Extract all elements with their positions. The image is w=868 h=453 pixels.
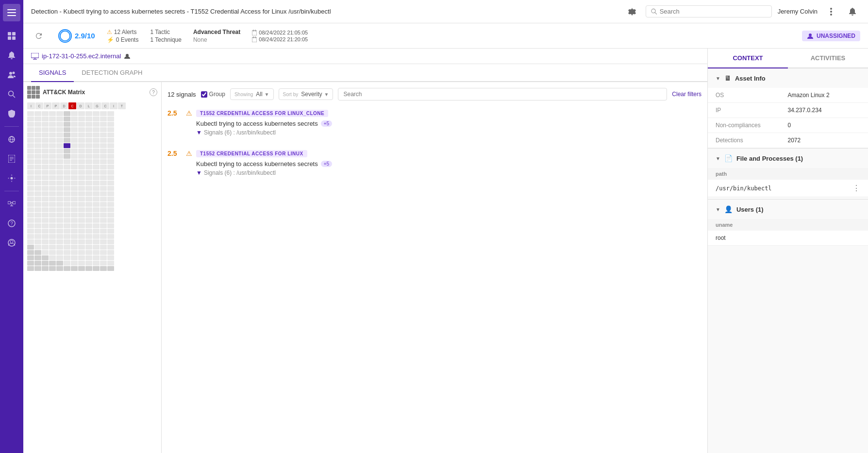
sidebar-network-icon[interactable] (3, 131, 20, 148)
right-panel: CONTEXT ACTIVITIES ▼ 🖥 Asset Info OS Ama… (708, 49, 868, 453)
users-section-title: Users (1) (736, 206, 764, 213)
signals-count: 12 signals (167, 91, 196, 98)
sort-filter[interactable]: Sort by Severity ▼ (279, 88, 334, 100)
asset-info-title: Asset Info (735, 75, 766, 82)
group-checkbox[interactable]: Group (201, 91, 225, 98)
alerts-section: ⚠ 12 Alerts ⚡ 0 Events (107, 29, 139, 43)
host-name: ip-172-31-0-255.ec2.internal (31, 52, 131, 60)
users-section-header[interactable]: ▼ 👤 Users (1) (708, 200, 868, 219)
svg-rect-4 (12, 32, 16, 35)
svg-point-27 (10, 240, 13, 243)
showing-filter[interactable]: Showing All ▼ (230, 88, 274, 100)
svg-point-32 (830, 11, 832, 13)
svg-point-8 (13, 72, 15, 74)
sidebar-menu-icon[interactable] (3, 4, 20, 21)
sidebar-divider (4, 126, 19, 127)
sidebar-settings-icon[interactable] (3, 169, 20, 187)
group-check-input[interactable] (201, 91, 207, 98)
signal-title-1: Kubectl trying to access kubernetes secr… (196, 120, 701, 127)
signal-sub-1[interactable]: ▼ Signals (6) : /usr/bin/kubectl (196, 129, 701, 136)
unassigned-button[interactable]: UNASSIGNED (802, 31, 860, 41)
attck-help-icon[interactable]: ? (150, 88, 157, 96)
svg-rect-6 (12, 36, 16, 40)
sidebar-search-icon[interactable] (3, 85, 20, 103)
ip-value: 34.237.0.234 (780, 103, 868, 118)
signal-warn-icon-1: ⚠ (186, 109, 192, 117)
files-section-header[interactable]: ▼ 📄 File and Processes (1) (708, 149, 868, 168)
signals-search-input[interactable] (338, 88, 667, 101)
sidebar: ? (0, 0, 23, 453)
page-title: Detection - Kubectl trying to access kub… (31, 8, 618, 15)
table-row: Non-compliances 0 (708, 118, 868, 133)
sidebar-help-icon[interactable]: ? (3, 215, 20, 232)
signal-item-1: 2.5 ⚠ T1552 CREDENTIAL ACCESS FOR LINUX_… (167, 106, 701, 139)
svg-point-31 (830, 8, 832, 10)
sidebar-alerts-icon[interactable] (3, 47, 20, 64)
non-compliances-label: Non-compliances (708, 118, 780, 133)
svg-rect-19 (8, 201, 11, 204)
signal-badge-2: +5 (321, 161, 332, 167)
score-value: 2.9/10 (75, 32, 95, 40)
detections-value: 2072 (780, 133, 868, 148)
tab-context[interactable]: CONTEXT (708, 49, 788, 68)
files-section-title: File and Processes (1) (736, 155, 803, 162)
signal-tag-2: T1552 CREDENTIAL ACCESS FOR LINUX (196, 150, 307, 157)
tab-signals[interactable]: SIGNALS (31, 64, 74, 82)
tab-activities[interactable]: ACTIVITIES (788, 49, 868, 68)
threat-section: Advanced Threat None (193, 29, 240, 43)
clear-filters-button[interactable]: Clear filters (672, 91, 701, 98)
more-options-icon[interactable] (823, 4, 839, 19)
signal-score-1: 2.5 (167, 109, 182, 117)
signal-badge-1: +5 (321, 120, 332, 127)
score-badge: 2.9/10 (58, 29, 95, 43)
svg-point-33 (830, 14, 832, 16)
topbar: Detection - Kubectl trying to access kub… (23, 0, 868, 23)
svg-rect-20 (13, 201, 16, 204)
sidebar-reports-icon[interactable] (3, 150, 20, 168)
file-row: /usr/bin/kubectl ⋮ (708, 180, 868, 197)
svg-rect-5 (8, 36, 11, 40)
signal-item-2: 2.5 ⚠ T1552 CREDENTIAL ACCESS FOR LINUX … (167, 147, 701, 179)
right-tabs: CONTEXT ACTIVITIES (708, 49, 868, 68)
score-circle (58, 29, 72, 43)
signals-toolbar: 12 signals Group Showing All ▼ (167, 88, 701, 101)
svg-line-30 (655, 13, 657, 15)
svg-rect-0 (7, 9, 16, 10)
sidebar-threats-icon[interactable] (3, 105, 20, 122)
signal-warn-icon-2: ⚠ (186, 150, 192, 157)
non-compliances-value: 0 (780, 118, 868, 133)
svg-point-9 (9, 91, 14, 96)
tab-detection-graph[interactable]: DETECTION GRAPH (74, 64, 150, 82)
notifications-icon[interactable] (845, 4, 860, 19)
file-menu-icon[interactable]: ⋮ (852, 184, 860, 193)
signal-tag-1: T1552 CREDENTIAL ACCESS FOR LINUX_CLONE (196, 110, 328, 117)
user-header-row: uname (708, 219, 868, 231)
global-search-input[interactable] (660, 8, 767, 15)
settings-icon[interactable] (624, 4, 640, 19)
signal-sub-2[interactable]: ▼ Signals (6) : /usr/bin/kubectl (196, 169, 701, 176)
signal-title-2: Kubectl trying to access kubernetes secr… (196, 160, 701, 168)
refresh-icon[interactable] (31, 28, 47, 44)
date-section: 08/24/2022 21:05:05 08/24/2022 21:20:05 (252, 30, 308, 42)
alerts-count: ⚠ 12 Alerts (107, 29, 139, 35)
sidebar-users-icon[interactable] (3, 66, 20, 84)
events-count: ⚡ 0 Events (107, 36, 139, 43)
table-row: OS Amazon Linux 2 (708, 88, 868, 103)
svg-rect-1 (7, 12, 16, 13)
asset-info-section-header[interactable]: ▼ 🖥 Asset Info (708, 68, 868, 88)
sidebar-profile-icon[interactable] (3, 234, 20, 252)
svg-point-29 (651, 9, 655, 13)
users-icon: 👤 (724, 205, 733, 213)
files-section: path /usr/bin/kubectl ⋮ (708, 168, 868, 197)
sidebar-dashboard-icon[interactable] (3, 27, 20, 45)
global-search-bar[interactable] (646, 5, 772, 17)
svg-point-7 (9, 72, 12, 75)
attck-title: ATT&CK Matrix (43, 89, 85, 96)
user-name: Jeremy Colvin (778, 8, 818, 15)
svg-text:?: ? (10, 221, 13, 226)
attck-matrix-grid (27, 111, 157, 271)
attck-matrix-panel: ATT&CK Matrix ? I C P P D C D L (23, 82, 162, 453)
svg-line-10 (13, 96, 16, 98)
tactic-section: 1 Tactic 1 Technique (150, 29, 182, 43)
sidebar-integrations-icon[interactable] (3, 195, 20, 213)
